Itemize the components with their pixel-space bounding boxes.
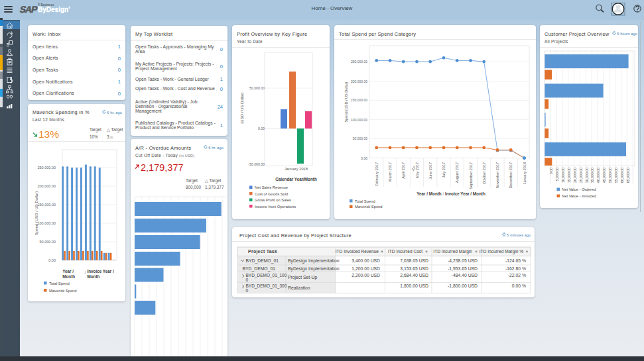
- svg-text:45,000.00: 45,000.00: [602, 168, 606, 183]
- svg-text:5,000.00: 5,000.00: [555, 168, 559, 181]
- svg-text:Income from Operations: Income from Operations: [255, 205, 296, 209]
- svg-text:May 2017: May 2017: [415, 162, 419, 178]
- svg-text:Invoice Year /: Invoice Year /: [88, 269, 114, 274]
- svg-text:ByDesign Implementation: ByDesign Implementation: [288, 266, 340, 272]
- svg-text:50,000.00: 50,000.00: [40, 240, 56, 244]
- svg-text:Total Spend: Total Spend: [49, 282, 70, 285]
- svg-text:-22.02 %: -22.02 %: [508, 273, 526, 278]
- svg-text:50,000.00: 50,000.00: [608, 168, 612, 183]
- svg-text:30,000.00: 30,000.00: [585, 168, 589, 183]
- svg-text:Maverick Spend: Maverick Spend: [355, 205, 383, 209]
- svg-text:Total Spend: Total Spend: [355, 199, 375, 203]
- svg-text:1,200.00 USD: 1,200.00 USD: [352, 266, 380, 271]
- svg-text:September 2017: September 2017: [469, 162, 473, 189]
- svg-text:Spend (USD / US Dollar): Spend (USD / US Dollar): [34, 191, 38, 235]
- svg-text:25,000.00: 25,000.00: [579, 168, 583, 183]
- svg-text:February 2017: February 2017: [375, 162, 379, 186]
- svg-text:January 2018: January 2018: [285, 167, 308, 171]
- svg-text:June 2017: June 2017: [428, 162, 432, 180]
- svg-text:ITD Incurred Margin %: ITD Incurred Margin %: [480, 249, 523, 254]
- svg-text:/: /: [85, 270, 86, 275]
- svg-text:December 2017: December 2017: [509, 162, 513, 188]
- svg-text:200,000.00: 200,000.00: [37, 184, 56, 188]
- svg-text:0.00 %: 0.00 %: [512, 284, 526, 288]
- svg-text:Net Value - Ordered: Net Value - Ordered: [562, 187, 596, 191]
- svg-text:15,000.00: 15,000.00: [567, 168, 571, 183]
- svg-text:ITD Incurred Cost: ITD Incurred Cost: [388, 249, 422, 254]
- svg-text:3,400.00 USD: 3,400.00 USD: [352, 258, 380, 263]
- svg-text:-4,238.05 USD: -4,238.05 USD: [448, 258, 478, 263]
- svg-text:-162.80 %: -162.80 %: [505, 266, 526, 271]
- svg-text:BYD_DEMO_01_300: BYD_DEMO_01_300: [246, 284, 287, 289]
- svg-text:2,200.00 USD: 2,200.00 USD: [352, 273, 380, 278]
- svg-text:August 2017: August 2017: [455, 162, 459, 183]
- svg-text:April 2017: April 2017: [401, 162, 405, 179]
- svg-text:-50,000.00: -50,000.00: [248, 162, 265, 166]
- svg-text:Project Task: Project Task: [248, 249, 277, 254]
- svg-text:BYD_DEMO_01: BYD_DEMO_01: [243, 266, 276, 272]
- svg-text:0.00: 0.00: [549, 168, 553, 174]
- svg-text:-1,953.65 USD: -1,953.65 USD: [448, 266, 478, 271]
- svg-text:BYD_DEMO_01: BYD_DEMO_01: [246, 258, 279, 264]
- svg-text:250,000.00: 250,000.00: [37, 166, 56, 170]
- svg-text:Net Value - Invoiced: Net Value - Invoiced: [562, 194, 596, 198]
- svg-text:-124.65 %: -124.65 %: [505, 258, 526, 263]
- svg-text:BYD_DEMO_01_100: BYD_DEMO_01_100: [246, 273, 287, 278]
- svg-text:35,000.00: 35,000.00: [590, 168, 594, 183]
- svg-text:60,000.00: 60,000.00: [620, 168, 624, 183]
- svg-text:150,000.00: 150,000.00: [351, 98, 367, 102]
- svg-text:50,000.00: 50,000.00: [353, 136, 367, 140]
- svg-text:250,000.00: 250,000.00: [351, 60, 367, 64]
- svg-text:2,684.40 USD: 2,684.40 USD: [400, 273, 428, 278]
- svg-text:Cost of Goods Sold: Cost of Goods Sold: [255, 192, 288, 196]
- svg-text:100,000.00: 100,000.00: [37, 221, 56, 225]
- svg-text:Gross Profit on Sales: Gross Profit on Sales: [255, 198, 291, 202]
- svg-text:0: 0: [246, 278, 249, 282]
- svg-text:March 2017: March 2017: [388, 162, 392, 181]
- svg-text:Year / Month / Invoice Year /: Year / Month / Invoice Year / Month: [417, 191, 485, 196]
- svg-text:Net Sales Revenue: Net Sales Revenue: [255, 185, 288, 189]
- svg-text:0.00: 0.00: [361, 156, 367, 160]
- svg-text:7,638.05 USD: 7,638.05 USD: [400, 258, 428, 263]
- svg-text:(USD / US Dollar): (USD / US Dollar): [240, 92, 244, 123]
- svg-text:200,000.00: 200,000.00: [351, 79, 367, 83]
- svg-text:Month: Month: [62, 274, 75, 279]
- svg-text:50,000.00: 50,000.00: [249, 86, 265, 90]
- svg-text:0: 0: [246, 288, 249, 293]
- svg-text:Spend (USD / US Dollar): Spend (USD / US Dollar): [344, 81, 348, 122]
- svg-text:40,000.00: 40,000.00: [596, 168, 600, 183]
- svg-text:ITD Incurred Margin: ITD Incurred Margin: [433, 249, 472, 254]
- svg-text:Month: Month: [88, 274, 100, 279]
- svg-text:Project Set-Up: Project Set-Up: [288, 275, 317, 280]
- svg-text:Calendar Year/Month: Calendar Year/Month: [275, 177, 317, 181]
- svg-text:3,153.65 USD: 3,153.65 USD: [400, 266, 428, 271]
- svg-text:July 2017: July 2017: [442, 162, 446, 178]
- svg-text:20,000.00: 20,000.00: [573, 168, 577, 183]
- svg-text:1,800.00 USD: 1,800.00 USD: [400, 284, 428, 288]
- svg-text:Realization: Realization: [288, 285, 310, 290]
- svg-text:November 2017: November 2017: [495, 162, 499, 188]
- svg-text:October 2017: October 2017: [482, 162, 486, 184]
- svg-text:Maverick Spend: Maverick Spend: [49, 289, 77, 293]
- svg-text:0.00: 0.00: [258, 127, 265, 130]
- svg-text:0.00: 0.00: [48, 258, 56, 262]
- svg-text:ITD Invoiced Revenue: ITD Invoiced Revenue: [336, 249, 379, 254]
- svg-text:-484.40 USD: -484.40 USD: [452, 273, 478, 278]
- svg-text:January 2018: January 2018: [523, 162, 527, 184]
- svg-text:-1,800.00 USD: -1,800.00 USD: [448, 284, 478, 288]
- svg-text:100,000.00: 100,000.00: [351, 118, 367, 122]
- svg-text:ByDesign Implementation: ByDesign Implementation: [288, 258, 340, 264]
- svg-text:55,000.00: 55,000.00: [614, 168, 618, 183]
- svg-text:150,000.00: 150,000.00: [37, 203, 56, 207]
- svg-text:65,000.00: 65,000.00: [626, 168, 630, 183]
- svg-text:Year /: Year /: [62, 269, 74, 274]
- svg-text:10,000.00: 10,000.00: [561, 168, 565, 183]
